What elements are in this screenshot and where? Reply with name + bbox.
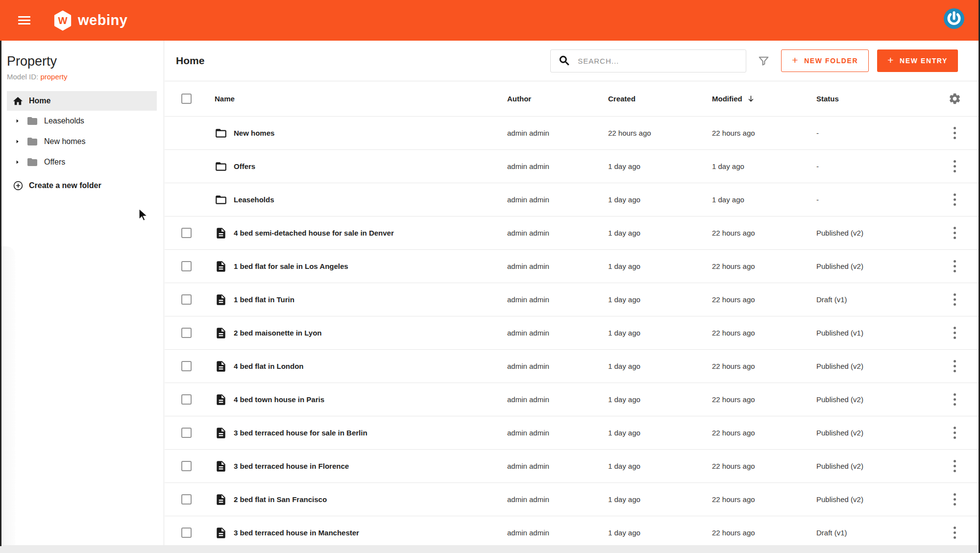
create-folder-button[interactable]: Create a new folder: [7, 175, 164, 196]
model-title: Property: [7, 54, 164, 69]
document-icon: [215, 527, 227, 539]
document-icon: [215, 460, 227, 473]
gravatar-icon: [944, 8, 964, 29]
column-header-status[interactable]: Status: [816, 95, 941, 103]
filter-icon[interactable]: [758, 55, 770, 67]
document-icon: [215, 360, 227, 373]
column-header-author[interactable]: Author: [507, 95, 608, 103]
column-header-name[interactable]: Name: [215, 95, 507, 103]
row-checkbox[interactable]: [181, 328, 192, 338]
document-icon: [215, 260, 227, 273]
table-row-entry[interactable]: 2 bed flat in San Francisco admin admin …: [165, 483, 980, 516]
kebab-menu-icon[interactable]: [950, 524, 960, 542]
kebab-menu-icon[interactable]: [950, 124, 960, 142]
table-settings-gear-icon[interactable]: [948, 92, 961, 105]
row-checkbox[interactable]: [181, 494, 192, 505]
table-row-entry[interactable]: 3 bed terraced house in Florence admin a…: [165, 450, 980, 483]
content-header: Home + NEW FOLDER +: [165, 41, 980, 81]
kebab-menu-icon[interactable]: [950, 258, 960, 275]
sidebar-folder-label: Offers: [44, 158, 65, 167]
table-body: New homes admin admin 22 hours ago 22 ho…: [165, 117, 980, 550]
folder-icon: [215, 193, 227, 206]
search-input[interactable]: [577, 56, 741, 66]
document-icon: [215, 293, 227, 306]
window-bottom-strip: [0, 545, 980, 553]
table-row-entry[interactable]: 2 bed maisonette in Lyon admin admin 1 d…: [165, 316, 980, 350]
sidebar-item-offers[interactable]: Offers: [7, 152, 164, 172]
row-checkbox[interactable]: [181, 228, 192, 238]
topbar: W webiny: [0, 0, 980, 41]
kebab-menu-icon[interactable]: [950, 491, 960, 508]
search-icon: [558, 54, 571, 67]
chevron-right-icon[interactable]: [15, 118, 21, 124]
table-row-entry[interactable]: 4 bed town house in Paris admin admin 1 …: [165, 383, 980, 416]
kebab-menu-icon[interactable]: [950, 424, 960, 442]
folder-icon: [215, 160, 227, 173]
row-checkbox[interactable]: [181, 394, 192, 405]
new-entry-label: NEW ENTRY: [900, 57, 948, 65]
plus-icon: +: [792, 54, 799, 66]
document-icon: [215, 493, 227, 506]
webiny-hexagon-icon: W: [53, 10, 73, 31]
chevron-right-icon[interactable]: [15, 139, 21, 144]
kebab-menu-icon[interactable]: [950, 324, 960, 342]
header-controls: + NEW FOLDER + NEW ENTRY: [550, 49, 958, 72]
table-row-folder[interactable]: Leaseholds admin admin 1 day ago 1 day a…: [165, 183, 980, 216]
table-row-entry[interactable]: 4 bed semi-detached house for sale in De…: [165, 216, 980, 250]
document-icon: [215, 427, 227, 439]
column-header-created[interactable]: Created: [608, 95, 712, 103]
mouse-cursor: [136, 208, 150, 222]
model-id-value: property: [40, 72, 67, 81]
row-checkbox[interactable]: [181, 461, 192, 471]
sidebar-item-leaseholds[interactable]: Leaseholds: [7, 111, 164, 131]
folder-icon: [26, 136, 38, 147]
chevron-right-icon[interactable]: [15, 159, 21, 165]
select-all-checkbox[interactable]: [181, 94, 192, 104]
sidebar-item-new-homes[interactable]: New homes: [7, 131, 164, 152]
hamburger-menu-icon[interactable]: [18, 14, 30, 26]
svg-text:W: W: [58, 15, 68, 26]
row-checkbox[interactable]: [181, 294, 192, 305]
row-checkbox[interactable]: [181, 261, 192, 271]
plus-icon: +: [887, 54, 894, 66]
new-entry-button[interactable]: + NEW ENTRY: [877, 49, 958, 72]
sidebar: Property Model ID: property Home Leaseho…: [0, 41, 164, 553]
row-checkbox[interactable]: [181, 528, 192, 538]
window-left-edge: [0, 41, 1, 546]
model-id: Model ID: property: [7, 72, 164, 81]
kebab-menu-icon[interactable]: [950, 358, 960, 375]
table-row-folder[interactable]: New homes admin admin 22 hours ago 22 ho…: [165, 117, 980, 150]
kebab-menu-icon[interactable]: [950, 158, 960, 175]
kebab-menu-icon[interactable]: [950, 457, 960, 475]
sidebar-folder-label: New homes: [44, 137, 85, 146]
folder-icon: [26, 156, 38, 168]
folder-icon: [26, 115, 38, 127]
search-box: [550, 49, 746, 72]
sidebar-home-label: Home: [29, 96, 50, 105]
new-folder-button[interactable]: + NEW FOLDER: [781, 49, 869, 72]
sort-desc-icon[interactable]: [747, 95, 755, 103]
column-header-modified[interactable]: Modified: [712, 95, 816, 103]
table-row-entry[interactable]: 3 bed terraced house in Manchester admin…: [165, 516, 980, 550]
brand-wordmark: webiny: [78, 12, 127, 28]
user-avatar[interactable]: [944, 8, 964, 29]
document-icon: [215, 327, 227, 339]
kebab-menu-icon[interactable]: [950, 391, 960, 409]
kebab-menu-icon[interactable]: [950, 224, 960, 242]
sidebar-item-home[interactable]: Home: [7, 91, 157, 111]
model-id-label: Model ID:: [7, 72, 38, 81]
kebab-menu-icon[interactable]: [950, 291, 960, 309]
table-row-entry[interactable]: 4 bed flat in London admin admin 1 day a…: [165, 350, 980, 383]
table-row-entry[interactable]: 1 bed flat in Turin admin admin 1 day ag…: [165, 283, 980, 316]
drawer-edge-shadow: [1, 246, 15, 553]
main-content: Home + NEW FOLDER +: [165, 41, 980, 553]
row-checkbox[interactable]: [181, 428, 192, 438]
kebab-menu-icon[interactable]: [950, 191, 960, 209]
plus-circle-icon: [13, 180, 24, 191]
page-title: Home: [176, 55, 204, 67]
table-row-folder[interactable]: Offers admin admin 1 day ago 1 day ago -: [165, 150, 980, 183]
table-row-entry[interactable]: 3 bed terraced house for sale in Berlin …: [165, 416, 980, 450]
row-checkbox[interactable]: [181, 361, 192, 371]
table-header: Name Author Created Modified Status: [165, 81, 980, 117]
table-row-entry[interactable]: 1 bed flat for sale in Los Angeles admin…: [165, 250, 980, 283]
